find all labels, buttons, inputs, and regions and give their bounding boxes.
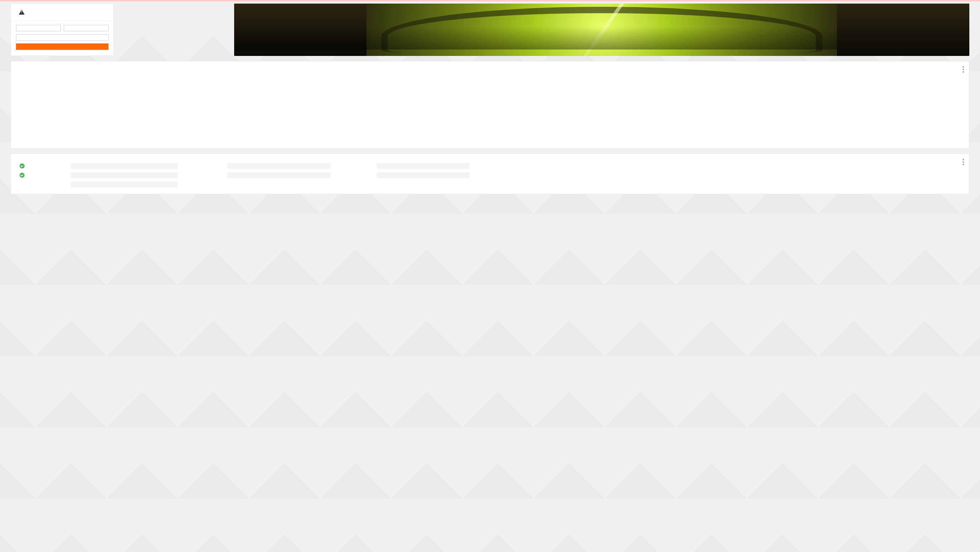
compare-online-button[interactable] bbox=[16, 34, 108, 41]
check-icon bbox=[19, 173, 25, 178]
display1-value bbox=[71, 172, 178, 178]
gpu2-value bbox=[71, 182, 178, 187]
profile-panel bbox=[11, 3, 114, 56]
save-button[interactable] bbox=[64, 25, 108, 31]
gpu1-label bbox=[18, 163, 67, 168]
frequency-chart bbox=[18, 69, 963, 137]
legend-bar bbox=[18, 139, 963, 141]
warning-icon bbox=[19, 10, 25, 14]
load-button[interactable] bbox=[16, 25, 61, 31]
hero-title bbox=[234, 27, 969, 49]
systeminfo-panel bbox=[11, 153, 969, 194]
score-grid bbox=[119, 3, 229, 56]
gpu1-value bbox=[71, 163, 178, 169]
monitoring-panel bbox=[11, 61, 969, 148]
kebab-menu-icon[interactable] bbox=[963, 66, 964, 73]
page-title bbox=[16, 10, 108, 14]
display1-label bbox=[18, 173, 67, 178]
divider bbox=[11, 20, 113, 21]
gui-value bbox=[228, 172, 331, 178]
kebab-menu-icon[interactable] bbox=[963, 159, 964, 165]
hero-banner bbox=[234, 3, 969, 56]
systeminfo-value bbox=[377, 172, 469, 178]
run-again-button[interactable] bbox=[16, 43, 108, 50]
check-icon bbox=[19, 163, 25, 168]
time-value bbox=[377, 163, 469, 169]
cpu-value bbox=[228, 163, 331, 169]
